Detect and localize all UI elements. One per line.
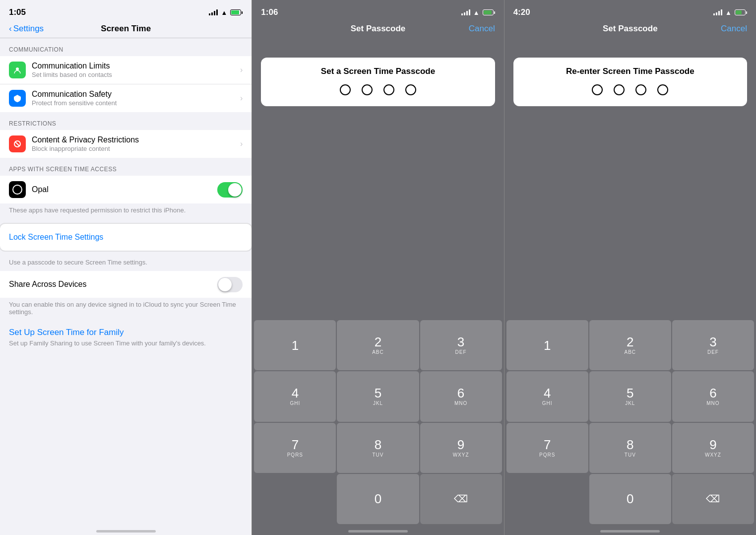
list-item-opal[interactable]: Opal [0,176,252,203]
share-devices-group: Share Across Devices [0,271,252,298]
wifi-icon-3: ▲ [725,9,732,16]
list-item-comm-safety[interactable]: Communication Safety Protect from sensit… [0,84,252,112]
comm-safety-icon [9,90,26,107]
home-indicator-1 [0,524,252,535]
key-4[interactable]: 4GHI [254,371,336,421]
status-bar-2: 1:06 ▲ [252,0,504,22]
passcode-dots-2 [340,84,416,95]
key-0[interactable]: 0 [337,474,419,524]
nav-bar-3: Set Passcode Cancel [504,22,756,38]
key3-6[interactable]: 6MNO [672,371,754,421]
key-1[interactable]: 1 [254,320,336,370]
comm-limits-subtitle: Set limits based on contacts [32,71,240,78]
dot-r4 [657,84,668,95]
share-devices-toggle[interactable] [217,277,243,292]
keypad-row-3: 7PQRS 8TUV 9WXYZ [254,423,502,473]
dot-r3 [635,84,646,95]
comm-limits-icon [9,62,26,78]
key-2[interactable]: 2ABC [337,320,419,370]
comm-limits-text: Communication Limits Set limits based on… [32,62,240,78]
key-6[interactable]: 6MNO [420,371,502,421]
lock-settings-title: Lock Screen Time Settings [9,233,243,242]
status-time-1: 1:05 [9,7,26,17]
comm-safety-title: Communication Safety [32,90,240,99]
battery-icon-3 [735,9,747,15]
passcode-dots-3 [592,84,668,95]
status-bar-3: 4:20 ▲ [504,0,756,22]
passcode-nav-title-3: Set Passcode [603,24,658,34]
lock-settings-note: Use a passcode to secure Screen Time set… [0,256,252,271]
cancel-button-3[interactable]: Cancel [721,24,747,34]
list-item-share-devices[interactable]: Share Across Devices [0,271,252,298]
battery-icon-2 [483,9,495,15]
status-bar-1: 1:05 ▲ [0,0,252,22]
share-devices-note: You can enable this on any device signed… [0,298,252,321]
list-item-comm-limits[interactable]: Communication Limits Set limits based on… [0,56,252,84]
key3-1[interactable]: 1 [506,320,588,370]
family-link[interactable]: Set Up Screen Time for Family [0,321,252,339]
keypad-3: 1 2ABC 3DEF 4GHI 5JKL 6MNO 7PQRS 8TUV 9W… [504,320,756,524]
dot-3 [383,84,394,95]
section-header-communication: COMMUNICATION [0,38,252,56]
svg-point-1 [16,67,19,70]
key-delete[interactable]: ⌫ [420,474,502,524]
key3-8[interactable]: 8TUV [589,423,671,473]
home-indicator-2 [252,524,504,535]
passcode-card-3: Re-enter Screen Time Passcode [513,58,747,106]
passcode-card-2: Set a Screen Time Passcode [261,58,495,106]
share-devices-title: Share Across Devices [9,280,217,289]
screen-title-1: Screen Time [101,24,151,34]
dot-1 [340,84,351,95]
key-empty [254,474,336,524]
settings-content: COMMUNICATION Communication Limits Set l… [0,38,252,524]
content-privacy-icon [9,135,26,152]
opal-title: Opal [32,185,217,194]
battery-icon-1 [230,9,243,15]
key-7[interactable]: 7PQRS [254,423,336,473]
lock-settings-text: Lock Screen Time Settings [9,233,243,242]
key-9[interactable]: 9WXYZ [420,423,502,473]
status-icons-1: ▲ [209,9,243,16]
opal-toggle[interactable] [217,182,243,198]
keypad3-row-3: 7PQRS 8TUV 9WXYZ [506,423,754,473]
back-button-1[interactable]: ‹ Settings [9,24,44,34]
signal-icon-3 [713,9,722,15]
status-time-2: 1:06 [261,7,278,17]
keypad3-row-2: 4GHI 5JKL 6MNO [506,371,754,421]
dot-4 [405,84,416,95]
apps-access-group: Opal [0,176,252,203]
key3-empty [506,474,588,524]
comm-safety-chevron: › [240,94,243,103]
key3-delete[interactable]: ⌫ [672,474,754,524]
passcode-card-title-2: Set a Screen Time Passcode [321,67,435,76]
content-privacy-subtitle: Block inappropriate content [32,145,240,152]
key3-4[interactable]: 4GHI [506,371,588,421]
keypad-2: 1 2ABC 3DEF 4GHI 5JKL 6MNO 7PQRS 8TUV 9W… [252,320,504,524]
key3-0[interactable]: 0 [589,474,671,524]
content-privacy-title: Content & Privacy Restrictions [32,135,240,144]
wifi-icon-2: ▲ [473,9,480,16]
signal-icon-1 [209,9,218,15]
screen2-panel: 1:06 ▲ Set Passcode Cancel Set a Screen … [252,0,504,535]
key-8[interactable]: 8TUV [337,423,419,473]
comm-limits-title: Communication Limits [32,62,240,70]
passcode-card-title-3: Re-enter Screen Time Passcode [566,67,694,76]
key-3[interactable]: 3DEF [420,320,502,370]
family-sub: Set up Family Sharing to use Screen Time… [0,339,252,347]
comm-limits-chevron: › [240,66,243,74]
cancel-button-2[interactable]: Cancel [469,24,495,34]
list-item-lock-settings[interactable]: Lock Screen Time Settings [0,224,252,251]
key3-9[interactable]: 9WXYZ [672,423,754,473]
key3-3[interactable]: 3DEF [672,320,754,370]
wifi-icon-1: ▲ [221,9,227,16]
key3-7[interactable]: 7PQRS [506,423,588,473]
list-item-content-privacy[interactable]: Content & Privacy Restrictions Block ina… [0,130,252,158]
keypad3-row-4: 0 ⌫ [506,474,754,524]
content-privacy-chevron: › [240,139,243,148]
content-privacy-text: Content & Privacy Restrictions Block ina… [32,135,240,152]
dot-r2 [614,84,625,95]
status-time-3: 4:20 [513,7,530,17]
key3-2[interactable]: 2ABC [589,320,671,370]
key-5[interactable]: 5JKL [337,371,419,421]
key3-5[interactable]: 5JKL [589,371,671,421]
